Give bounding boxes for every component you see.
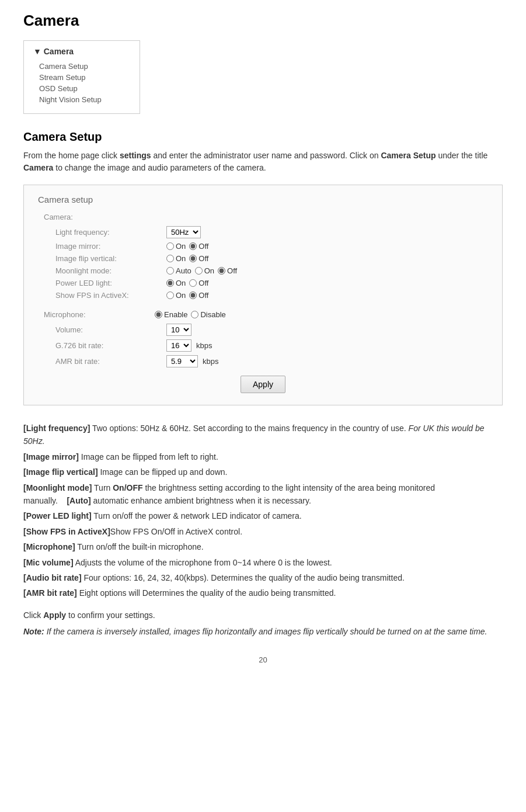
section-title: Camera Setup <box>23 130 503 144</box>
volume-label: Volume: <box>55 325 166 334</box>
apply-button[interactable]: Apply <box>241 376 285 393</box>
moonlight-on-label[interactable]: On <box>195 266 214 275</box>
amr-control: 5.94.755.156.7 7.47.9510.212.2 kbps <box>166 355 218 367</box>
image-mirror-on-label[interactable]: On <box>166 242 186 251</box>
microphone-section-label: Microphone: <box>44 310 155 319</box>
power-led-on-radio[interactable] <box>166 279 174 287</box>
image-flip-row: Image flip vertical: On Off <box>38 254 488 263</box>
g726-label: G.726 bit rate: <box>55 341 166 350</box>
fps-row: Show FPS in ActiveX: On Off <box>38 291 488 300</box>
desc-audio-bit-rate: [Audio bit rate] Four options: 16, 24, 3… <box>23 571 503 584</box>
image-flip-on-radio[interactable] <box>166 255 174 262</box>
amr-kbps: kbps <box>203 357 218 366</box>
moonlight-row: Moonlight mode: Auto On Off <box>38 266 488 275</box>
desc-fps: [Show FPS in ActiveX]Show FPS On/Off in … <box>23 525 503 538</box>
fps-on-radio[interactable] <box>166 292 174 299</box>
microphone-disable-label[interactable]: Disable <box>191 310 225 319</box>
page-number: 20 <box>23 655 503 664</box>
fps-off-label[interactable]: Off <box>189 291 208 300</box>
image-flip-off-radio[interactable] <box>189 255 197 262</box>
moonlight-auto-radio[interactable] <box>166 267 174 275</box>
power-led-label: Power LED light: <box>55 279 166 287</box>
intro-text: From the home page click settings and en… <box>23 150 503 174</box>
amr-label: AMR bit rate: <box>55 357 166 366</box>
click-apply-text: Click Apply to confirm your settings. <box>23 610 503 620</box>
image-mirror-label: Image mirror: <box>55 242 166 251</box>
microphone-enable-radio[interactable] <box>155 311 162 318</box>
desc-mic-volume: [Mic volume] Adjusts the volume of the m… <box>23 556 503 569</box>
sidebar-item-camera-setup[interactable]: Camera Setup <box>33 61 130 72</box>
image-flip-label: Image flip vertical: <box>55 254 166 263</box>
camera-setup-box: Camera setup Camera: Light frequency: 50… <box>23 185 503 405</box>
g726-kbps: kbps <box>196 341 212 350</box>
volume-row: Volume: 10012 3456 78911 121314 <box>38 324 488 336</box>
camera-section-label: Camera: <box>38 213 488 221</box>
moonlight-on-radio[interactable] <box>195 267 203 275</box>
g726-row: G.726 bit rate: 16243240 kbps <box>38 339 488 352</box>
fps-control: On Off <box>166 291 208 300</box>
light-frequency-label: Light frequency: <box>55 228 166 237</box>
power-led-control: On Off <box>166 279 208 287</box>
power-led-off-radio[interactable] <box>189 279 197 287</box>
power-led-on-label[interactable]: On <box>166 279 186 287</box>
light-frequency-row: Light frequency: 50Hz 60Hz <box>38 226 488 238</box>
g726-control: 16243240 kbps <box>166 339 212 352</box>
power-led-off-label[interactable]: Off <box>189 279 208 287</box>
image-flip-on-label[interactable]: On <box>166 254 186 263</box>
moonlight-label: Moonlight mode: <box>55 266 166 275</box>
descriptions-block: [Light frequency] Two options: 50Hz & 60… <box>23 422 503 600</box>
desc-image-mirror: [Image mirror] Image can be flipped from… <box>23 450 503 463</box>
image-mirror-off-radio[interactable] <box>189 242 197 250</box>
setup-box-title: Camera setup <box>38 195 488 204</box>
fps-on-label[interactable]: On <box>166 291 186 300</box>
desc-light-freq: [Light frequency] Two options: 50Hz & 60… <box>23 422 503 448</box>
amr-select[interactable]: 5.94.755.156.7 7.47.9510.212.2 <box>166 355 198 367</box>
moonlight-off-radio[interactable] <box>218 267 225 275</box>
desc-power-led: [Power LED light] Turn on/off the power … <box>23 509 503 522</box>
image-mirror-control: On Off <box>166 242 208 251</box>
moonlight-auto-label[interactable]: Auto <box>166 266 191 275</box>
image-flip-control: On Off <box>166 254 208 263</box>
page-title: Camera <box>23 12 503 30</box>
sidebar-item-night-vision-setup[interactable]: Night Vision Setup <box>33 94 130 105</box>
apply-row: Apply <box>38 376 488 393</box>
image-flip-off-label[interactable]: Off <box>189 254 208 263</box>
light-frequency-select[interactable]: 50Hz 60Hz <box>166 226 201 238</box>
power-led-row: Power LED light: On Off <box>38 279 488 287</box>
g726-select[interactable]: 16243240 <box>166 339 191 352</box>
image-mirror-off-label[interactable]: Off <box>189 242 208 251</box>
volume-select[interactable]: 10012 3456 78911 121314 <box>166 324 191 336</box>
desc-moonlight: [Moonlight mode] Turn On/OFF the brightn… <box>23 481 503 508</box>
nav-header: ▼ Camera <box>33 47 130 56</box>
microphone-section-row: Microphone: Enable Disable <box>38 310 488 319</box>
sidebar-item-stream-setup[interactable]: Stream Setup <box>33 72 130 83</box>
image-mirror-row: Image mirror: On Off <box>38 242 488 251</box>
microphone-disable-radio[interactable] <box>191 311 198 318</box>
moonlight-off-label[interactable]: Off <box>218 266 237 275</box>
light-frequency-control: 50Hz 60Hz <box>166 226 201 238</box>
desc-image-flip: [Image flip vertical] Image can be flipp… <box>23 466 503 478</box>
desc-microphone: [Microphone] Turn on/off the built-in mi… <box>23 540 503 553</box>
note-text: Note: If the camera is inversely install… <box>23 626 503 638</box>
sidebar-item-osd-setup[interactable]: OSD Setup <box>33 83 130 94</box>
desc-amr-bit-rate: [AMR bit rate] Eight options will Determ… <box>23 587 503 599</box>
moonlight-control: Auto On Off <box>166 266 237 275</box>
image-mirror-on-radio[interactable] <box>166 242 174 250</box>
amr-row: AMR bit rate: 5.94.755.156.7 7.47.9510.2… <box>38 355 488 367</box>
microphone-enable-control: Enable Disable <box>155 310 226 319</box>
volume-control: 10012 3456 78911 121314 <box>166 324 191 336</box>
fps-off-radio[interactable] <box>189 292 197 299</box>
nav-box: ▼ Camera Camera Setup Stream Setup OSD S… <box>23 40 140 114</box>
fps-label: Show FPS in ActiveX: <box>55 291 166 300</box>
microphone-enable-label[interactable]: Enable <box>155 310 187 319</box>
